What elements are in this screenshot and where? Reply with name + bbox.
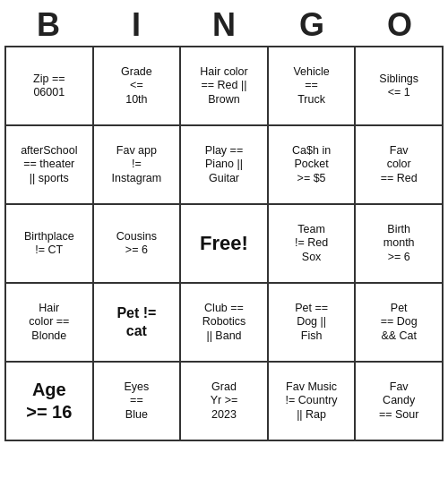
bingo-cell-r4c4: Pet ==Dog ||Fish <box>269 284 357 363</box>
bingo-letter-b: B <box>9 5 88 44</box>
bingo-cell-r5c1: Age>= 16 <box>6 363 94 441</box>
bingo-cell-r3c4: Team!= RedSox <box>269 205 357 284</box>
bingo-cell-r1c3: Hair color== Red ||Brown <box>181 47 269 126</box>
bingo-letter-i: I <box>97 5 176 44</box>
bingo-letter-n: N <box>185 5 263 44</box>
bingo-cell-r1c1: Zip ==06001 <box>6 47 94 126</box>
bingo-cell-r3c5: Birthmonth>= 6 <box>356 205 444 284</box>
bingo-cell-r3c1: Birthplace!= CT <box>6 205 94 284</box>
bingo-cell-r5c5: FavCandy== Sour <box>356 363 444 441</box>
bingo-cell-r3c2: Cousins>= 6 <box>94 205 182 284</box>
bingo-letter-g: G <box>272 5 351 44</box>
bingo-cell-r4c3: Club ==Robotics|| Band <box>181 284 269 363</box>
bingo-cell-r4c2: Pet !=cat <box>94 284 182 363</box>
bingo-cell-r5c4: Fav Music!= Country|| Rap <box>269 363 357 441</box>
bingo-cell-r4c1: Haircolor ==Blonde <box>6 284 94 363</box>
bingo-card: BINGO Zip ==06001Grade<=10thHair color==… <box>4 5 444 441</box>
bingo-cell-r2c3: Play ==Piano ||Guitar <box>181 126 269 205</box>
bingo-cell-r3c3: Free! <box>181 205 269 284</box>
bingo-grid: Zip ==06001Grade<=10thHair color== Red |… <box>4 46 444 441</box>
bingo-letter-o: O <box>360 5 439 44</box>
bingo-cell-r4c5: Pet== Dog&& Cat <box>356 284 444 363</box>
bingo-cell-r2c2: Fav app!=Instagram <box>94 126 182 205</box>
bingo-cell-r1c4: Vehicle==Truck <box>269 47 357 126</box>
bingo-cell-r2c1: afterSchool== theater|| sports <box>6 126 94 205</box>
bingo-cell-r1c5: Siblings<= 1 <box>356 47 444 126</box>
bingo-cell-r5c2: Eyes==Blue <box>94 363 182 441</box>
bingo-cell-r2c5: Favcolor== Red <box>356 126 444 205</box>
bingo-cell-r1c2: Grade<=10th <box>94 47 182 126</box>
bingo-cell-r5c3: GradYr >=2023 <box>181 363 269 441</box>
bingo-cell-r2c4: Ca$h inPocket>= $5 <box>269 126 357 205</box>
bingo-header: BINGO <box>4 5 444 44</box>
